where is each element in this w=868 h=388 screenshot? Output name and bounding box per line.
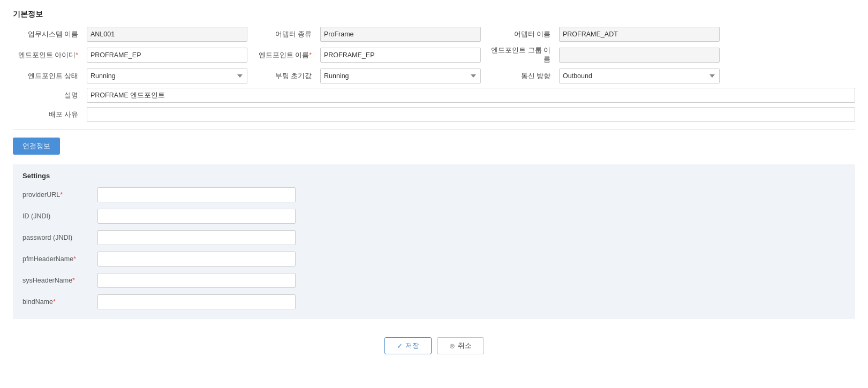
endpoint-group-label: 엔드포인트 그룹 이름: [485, 46, 555, 64]
comm-direction-label: 통신 방향: [485, 72, 555, 81]
adapter-name-input[interactable]: [559, 27, 720, 42]
section-connect-info: 연결정보 Settings providerURL* ID (JNDI) pas…: [13, 138, 855, 319]
endpoint-id-input[interactable]: [87, 48, 247, 63]
connect-info-button[interactable]: 연결정보: [13, 138, 60, 155]
cancel-icon: ⊗: [449, 342, 455, 350]
password-jndi-input[interactable]: [97, 230, 296, 245]
bind-name-label: bindName*: [22, 298, 97, 306]
description-label: 설명: [13, 91, 82, 100]
boot-init-select[interactable]: Running Stopped Paused: [320, 69, 481, 83]
cancel-button[interactable]: ⊗ 취소: [437, 337, 484, 354]
endpoint-name-label: 엔드포인트 이름*: [252, 51, 316, 60]
endpoint-id-label: 엔드포인트 아이디*: [13, 51, 82, 60]
provider-url-label: providerURL*: [22, 191, 97, 199]
biz-system-input[interactable]: [87, 27, 247, 42]
settings-title: Settings: [22, 172, 846, 180]
sys-header-input[interactable]: [97, 273, 296, 288]
adapter-name-label: 어뎁터 이름: [485, 30, 555, 39]
settings-panel: Settings providerURL* ID (JNDI) password…: [13, 164, 855, 319]
adapter-type-input[interactable]: [320, 27, 481, 42]
sys-header-label: sysHeaderName*: [22, 277, 97, 284]
save-button[interactable]: ✓ 저장: [384, 337, 432, 354]
password-jndi-label: password (JNDI): [22, 234, 97, 241]
endpoint-status-select[interactable]: Running Stopped Paused: [87, 69, 247, 83]
bottom-buttons: ✓ 저장 ⊗ 취소: [13, 328, 855, 359]
boot-init-label: 부팅 초기값: [252, 72, 316, 81]
check-icon: ✓: [397, 342, 403, 350]
adapter-type-label: 어뎁터 종류: [252, 30, 316, 39]
basic-info-title: 기본정보: [13, 10, 855, 19]
id-jndi-input[interactable]: [97, 209, 296, 224]
pfm-header-label: pfmHeaderName*: [22, 255, 97, 263]
endpoint-group-input[interactable]: [559, 48, 720, 63]
endpoint-name-input[interactable]: [320, 48, 481, 63]
save-label: 저장: [405, 341, 419, 351]
pfm-header-input[interactable]: [97, 252, 296, 267]
biz-system-label: 업무시스템 이름: [13, 30, 82, 39]
id-jndi-label: ID (JNDI): [22, 212, 97, 220]
deploy-reason-input[interactable]: [87, 107, 855, 122]
deploy-reason-label: 배포 사유: [13, 110, 82, 119]
cancel-label: 취소: [458, 341, 472, 351]
settings-grid: providerURL* ID (JNDI) password (JNDI) p…: [22, 187, 846, 309]
bind-name-input[interactable]: [97, 294, 296, 309]
description-input[interactable]: [87, 88, 855, 103]
comm-direction-select[interactable]: Outbound Inbound: [559, 69, 720, 83]
section-basic-info: 기본정보 업무시스템 이름 어뎁터 종류 어뎁터 이름 엔드포인트 아이디* 엔…: [13, 10, 855, 122]
divider-1: [13, 130, 855, 130]
endpoint-status-label: 엔드포인트 상태: [13, 72, 82, 81]
provider-url-input[interactable]: [97, 187, 296, 202]
